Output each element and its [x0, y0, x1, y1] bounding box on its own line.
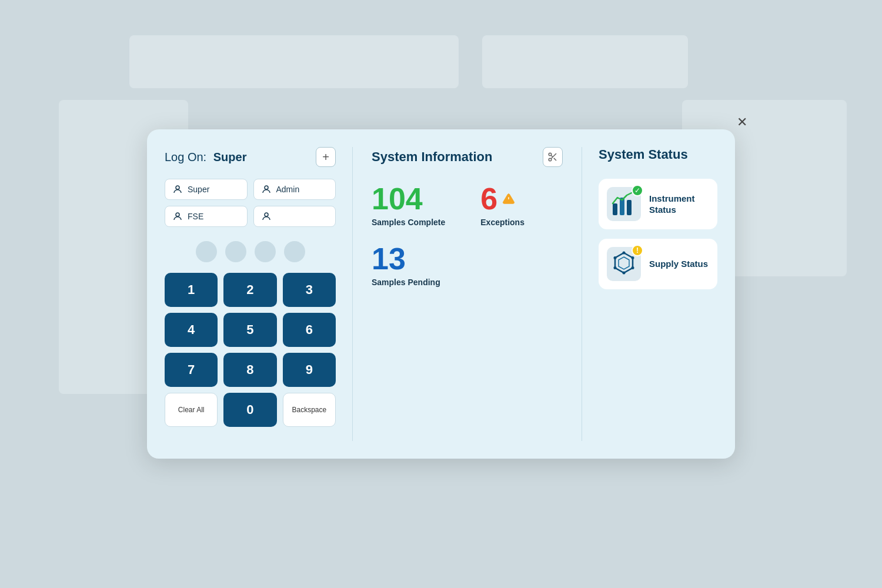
stat-exceptions: 6 Exceptions	[480, 183, 524, 227]
numpad-backspace[interactable]: Backspace	[283, 393, 336, 427]
add-user-button[interactable]: +	[316, 147, 336, 167]
supply-status-icon-wrapper: !	[607, 247, 641, 281]
svg-line-8	[551, 155, 553, 157]
instrument-status-card[interactable]: ✓ Instrument Status	[599, 179, 717, 229]
stat-samples-complete: 104 Samples Complete	[372, 183, 445, 227]
user-icon-super	[172, 184, 183, 195]
numpad-1[interactable]: 1	[165, 273, 218, 307]
close-button[interactable]: ✕	[731, 112, 753, 133]
pin-dot-4	[284, 241, 305, 262]
system-info-header: System Information	[372, 147, 563, 167]
numpad-8[interactable]: 8	[223, 353, 276, 387]
numpad-clear[interactable]: Clear All	[165, 393, 218, 427]
stat-label-exceptions: Exceptions	[480, 218, 524, 227]
user-button-admin[interactable]: Admin	[253, 179, 336, 200]
logon-user: Super	[213, 151, 247, 163]
svg-line-7	[554, 158, 556, 161]
numpad-3[interactable]: 3	[283, 273, 336, 307]
instrument-status-label: Instrument Status	[649, 193, 709, 216]
svg-point-5	[549, 158, 552, 161]
tools-icon	[547, 152, 558, 162]
user-icon-fse	[172, 211, 183, 222]
user-icon-admin	[261, 184, 272, 195]
supply-status-indicator: !	[632, 245, 643, 256]
stat-samples-pending: 13 Samples Pending	[372, 243, 563, 287]
svg-point-21	[623, 272, 626, 275]
stat-label-samples-complete: Samples Complete	[372, 218, 445, 227]
logon-panel: Log On: Super + Super Admin	[165, 147, 353, 441]
svg-point-0	[176, 186, 179, 189]
logon-header: Log On: Super +	[165, 147, 336, 167]
system-information-panel: System Information 104 Samples Complete	[353, 147, 582, 441]
system-info-title: System Information	[372, 149, 492, 165]
user-label-admin: Admin	[276, 185, 300, 194]
user-grid: Super Admin FSE	[165, 179, 336, 227]
system-info-tools-button[interactable]	[543, 147, 563, 167]
numpad-5[interactable]: 5	[223, 313, 276, 347]
warning-icon	[502, 192, 515, 205]
numpad: 1 2 3 4 5 6 7 8 9 Clear All 0 Backspace	[165, 273, 336, 427]
svg-point-19	[632, 256, 634, 259]
pin-dot-1	[196, 241, 217, 262]
stat-number-samples-pending: 13	[372, 243, 563, 274]
svg-point-1	[265, 186, 268, 189]
numpad-4[interactable]: 4	[165, 313, 218, 347]
user-icon-empty	[261, 211, 272, 222]
numpad-9[interactable]: 9	[283, 353, 336, 387]
svg-point-4	[549, 153, 552, 156]
stat-label-samples-pending: Samples Pending	[372, 278, 563, 287]
user-button-fse[interactable]: FSE	[165, 206, 248, 227]
pin-dot-3	[255, 241, 276, 262]
stats-row-1: 104 Samples Complete 6 Exception	[372, 183, 563, 243]
instrument-status-indicator: ✓	[632, 185, 643, 196]
stat-number-exceptions: 6	[480, 183, 524, 214]
stat-number-samples-complete: 104	[372, 183, 445, 214]
numpad-0[interactable]: 0	[223, 393, 276, 427]
supply-status-card[interactable]: ! Supply Status	[599, 239, 717, 289]
numpad-6[interactable]: 6	[283, 313, 336, 347]
svg-point-18	[623, 252, 626, 255]
pin-dot-2	[225, 241, 246, 262]
main-modal: Log On: Super + Super Admin	[147, 129, 735, 459]
pin-display	[165, 241, 336, 262]
user-label-fse: FSE	[188, 212, 203, 221]
logon-label: Log On:	[165, 151, 206, 163]
svg-rect-12	[613, 203, 617, 215]
user-label-super: Super	[188, 185, 209, 194]
system-status-panel: System Status ✓ Instrument Status	[582, 147, 717, 441]
numpad-2[interactable]: 2	[223, 273, 276, 307]
svg-point-3	[265, 213, 268, 216]
svg-point-23	[614, 256, 617, 259]
user-button-empty[interactable]	[253, 206, 336, 227]
supply-status-label: Supply Status	[649, 258, 708, 270]
system-status-title: System Status	[599, 147, 688, 162]
svg-point-22	[614, 266, 617, 269]
logon-title: Log On: Super	[165, 151, 246, 164]
user-button-super[interactable]: Super	[165, 179, 248, 200]
numpad-7[interactable]: 7	[165, 353, 218, 387]
svg-point-20	[632, 266, 634, 269]
system-status-header: System Status	[599, 147, 717, 162]
svg-point-2	[176, 213, 179, 216]
svg-rect-14	[627, 200, 632, 215]
instrument-status-icon-wrapper: ✓	[607, 187, 641, 221]
